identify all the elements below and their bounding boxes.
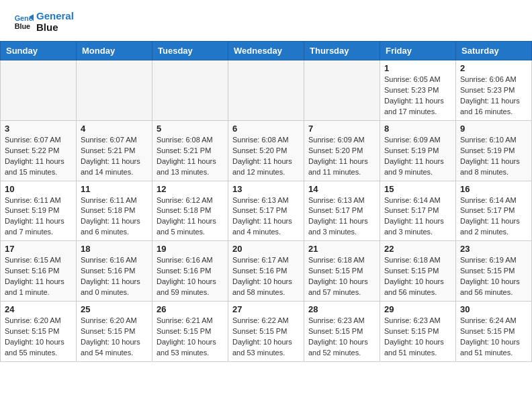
- weekday-sunday: Sunday: [1, 42, 77, 60]
- day-info: Sunrise: 6:19 AM Sunset: 5:15 PM Dayligh…: [460, 255, 527, 298]
- day-cell: 22Sunrise: 6:18 AM Sunset: 5:15 PM Dayli…: [380, 241, 456, 302]
- day-number: 27: [232, 304, 300, 314]
- weekday-friday: Friday: [380, 42, 456, 60]
- day-cell: 28Sunrise: 6:23 AM Sunset: 5:15 PM Dayli…: [304, 302, 380, 362]
- day-cell: 5Sunrise: 6:08 AM Sunset: 5:21 PM Daylig…: [152, 120, 228, 181]
- day-cell: [77, 60, 152, 121]
- day-number: 18: [81, 244, 148, 254]
- day-cell: [152, 60, 228, 121]
- day-number: 14: [308, 184, 375, 194]
- header: General Blue General Blue: [0, 0, 532, 36]
- day-cell: 20Sunrise: 6:17 AM Sunset: 5:16 PM Dayli…: [228, 241, 304, 302]
- day-cell: 17Sunrise: 6:15 AM Sunset: 5:16 PM Dayli…: [1, 241, 77, 302]
- day-cell: [304, 60, 380, 121]
- day-cell: 1Sunrise: 6:05 AM Sunset: 5:23 PM Daylig…: [380, 60, 456, 121]
- day-cell: 2Sunrise: 6:06 AM Sunset: 5:23 PM Daylig…: [456, 60, 532, 121]
- week-row-2: 3Sunrise: 6:07 AM Sunset: 5:22 PM Daylig…: [1, 120, 532, 181]
- day-info: Sunrise: 6:23 AM Sunset: 5:15 PM Dayligh…: [308, 316, 375, 359]
- calendar-table: SundayMondayTuesdayWednesdayThursdayFrid…: [0, 41, 532, 362]
- weekday-tuesday: Tuesday: [152, 42, 228, 60]
- logo-general: General: [36, 11, 74, 22]
- day-number: 10: [5, 184, 72, 194]
- day-cell: 6Sunrise: 6:08 AM Sunset: 5:20 PM Daylig…: [228, 120, 304, 181]
- day-number: 29: [384, 304, 451, 314]
- day-info: Sunrise: 6:16 AM Sunset: 5:16 PM Dayligh…: [81, 255, 148, 298]
- day-cell: 15Sunrise: 6:14 AM Sunset: 5:17 PM Dayli…: [380, 181, 456, 241]
- day-number: 16: [460, 184, 527, 194]
- day-number: 9: [460, 124, 527, 134]
- day-cell: 9Sunrise: 6:10 AM Sunset: 5:19 PM Daylig…: [456, 120, 532, 181]
- day-cell: 3Sunrise: 6:07 AM Sunset: 5:22 PM Daylig…: [1, 120, 77, 181]
- day-cell: 13Sunrise: 6:13 AM Sunset: 5:17 PM Dayli…: [228, 181, 304, 241]
- day-info: Sunrise: 6:22 AM Sunset: 5:15 PM Dayligh…: [232, 316, 300, 359]
- day-number: 11: [81, 184, 148, 194]
- weekday-wednesday: Wednesday: [228, 42, 304, 60]
- day-info: Sunrise: 6:05 AM Sunset: 5:23 PM Dayligh…: [384, 75, 451, 118]
- day-cell: 23Sunrise: 6:19 AM Sunset: 5:15 PM Dayli…: [456, 241, 532, 302]
- day-cell: 12Sunrise: 6:12 AM Sunset: 5:18 PM Dayli…: [152, 181, 228, 241]
- day-info: Sunrise: 6:09 AM Sunset: 5:20 PM Dayligh…: [308, 135, 375, 178]
- day-number: 30: [460, 304, 527, 314]
- day-info: Sunrise: 6:12 AM Sunset: 5:18 PM Dayligh…: [157, 195, 224, 238]
- day-cell: 14Sunrise: 6:13 AM Sunset: 5:17 PM Dayli…: [304, 181, 380, 241]
- day-number: 20: [232, 244, 300, 254]
- day-info: Sunrise: 6:10 AM Sunset: 5:19 PM Dayligh…: [460, 135, 527, 178]
- day-cell: [1, 60, 77, 121]
- day-info: Sunrise: 6:13 AM Sunset: 5:17 PM Dayligh…: [308, 195, 375, 238]
- day-info: Sunrise: 6:20 AM Sunset: 5:15 PM Dayligh…: [5, 316, 72, 359]
- day-cell: [228, 60, 304, 121]
- day-info: Sunrise: 6:18 AM Sunset: 5:15 PM Dayligh…: [308, 255, 375, 298]
- weekday-thursday: Thursday: [304, 42, 380, 60]
- day-info: Sunrise: 6:17 AM Sunset: 5:16 PM Dayligh…: [232, 255, 300, 298]
- logo: General Blue General Blue: [13, 11, 74, 33]
- day-number: 28: [308, 304, 375, 314]
- day-number: 8: [384, 124, 451, 134]
- day-number: 25: [81, 304, 148, 314]
- week-row-4: 17Sunrise: 6:15 AM Sunset: 5:16 PM Dayli…: [1, 241, 532, 302]
- day-info: Sunrise: 6:21 AM Sunset: 5:15 PM Dayligh…: [157, 316, 224, 359]
- day-cell: 16Sunrise: 6:14 AM Sunset: 5:17 PM Dayli…: [456, 181, 532, 241]
- day-cell: 29Sunrise: 6:23 AM Sunset: 5:15 PM Dayli…: [380, 302, 456, 362]
- day-number: 6: [232, 124, 300, 134]
- day-number: 21: [308, 244, 375, 254]
- svg-text:General: General: [15, 14, 34, 22]
- day-cell: 27Sunrise: 6:22 AM Sunset: 5:15 PM Dayli…: [228, 302, 304, 362]
- day-info: Sunrise: 6:06 AM Sunset: 5:23 PM Dayligh…: [460, 75, 527, 118]
- day-number: 17: [5, 244, 72, 254]
- logo-icon: General Blue: [13, 12, 34, 32]
- day-info: Sunrise: 6:08 AM Sunset: 5:21 PM Dayligh…: [157, 135, 224, 178]
- calendar-body: 1Sunrise: 6:05 AM Sunset: 5:23 PM Daylig…: [1, 60, 532, 362]
- day-number: 3: [5, 124, 72, 134]
- day-cell: 19Sunrise: 6:16 AM Sunset: 5:16 PM Dayli…: [152, 241, 228, 302]
- day-info: Sunrise: 6:23 AM Sunset: 5:15 PM Dayligh…: [384, 316, 451, 359]
- day-info: Sunrise: 6:09 AM Sunset: 5:19 PM Dayligh…: [384, 135, 451, 178]
- day-info: Sunrise: 6:07 AM Sunset: 5:22 PM Dayligh…: [5, 135, 72, 178]
- week-row-1: 1Sunrise: 6:05 AM Sunset: 5:23 PM Daylig…: [1, 60, 532, 121]
- day-number: 5: [157, 124, 224, 134]
- week-row-5: 24Sunrise: 6:20 AM Sunset: 5:15 PM Dayli…: [1, 302, 532, 362]
- day-number: 12: [157, 184, 224, 194]
- day-info: Sunrise: 6:18 AM Sunset: 5:15 PM Dayligh…: [384, 255, 451, 298]
- day-number: 15: [384, 184, 451, 194]
- day-number: 19: [157, 244, 224, 254]
- day-info: Sunrise: 6:11 AM Sunset: 5:18 PM Dayligh…: [81, 195, 148, 238]
- day-info: Sunrise: 6:15 AM Sunset: 5:16 PM Dayligh…: [5, 255, 72, 298]
- day-cell: 30Sunrise: 6:24 AM Sunset: 5:15 PM Dayli…: [456, 302, 532, 362]
- day-info: Sunrise: 6:13 AM Sunset: 5:17 PM Dayligh…: [232, 195, 300, 238]
- day-cell: 24Sunrise: 6:20 AM Sunset: 5:15 PM Dayli…: [1, 302, 77, 362]
- day-cell: 7Sunrise: 6:09 AM Sunset: 5:20 PM Daylig…: [304, 120, 380, 181]
- day-info: Sunrise: 6:07 AM Sunset: 5:21 PM Dayligh…: [81, 135, 148, 178]
- day-info: Sunrise: 6:16 AM Sunset: 5:16 PM Dayligh…: [157, 255, 224, 298]
- day-number: 2: [460, 63, 527, 73]
- day-number: 24: [5, 304, 72, 314]
- day-info: Sunrise: 6:24 AM Sunset: 5:15 PM Dayligh…: [460, 316, 527, 359]
- day-cell: 10Sunrise: 6:11 AM Sunset: 5:19 PM Dayli…: [1, 181, 77, 241]
- day-cell: 26Sunrise: 6:21 AM Sunset: 5:15 PM Dayli…: [152, 302, 228, 362]
- day-info: Sunrise: 6:20 AM Sunset: 5:15 PM Dayligh…: [81, 316, 148, 359]
- day-info: Sunrise: 6:14 AM Sunset: 5:17 PM Dayligh…: [460, 195, 527, 238]
- day-cell: 21Sunrise: 6:18 AM Sunset: 5:15 PM Dayli…: [304, 241, 380, 302]
- day-number: 26: [157, 304, 224, 314]
- week-row-3: 10Sunrise: 6:11 AM Sunset: 5:19 PM Dayli…: [1, 181, 532, 241]
- day-info: Sunrise: 6:14 AM Sunset: 5:17 PM Dayligh…: [384, 195, 451, 238]
- day-number: 1: [384, 63, 451, 73]
